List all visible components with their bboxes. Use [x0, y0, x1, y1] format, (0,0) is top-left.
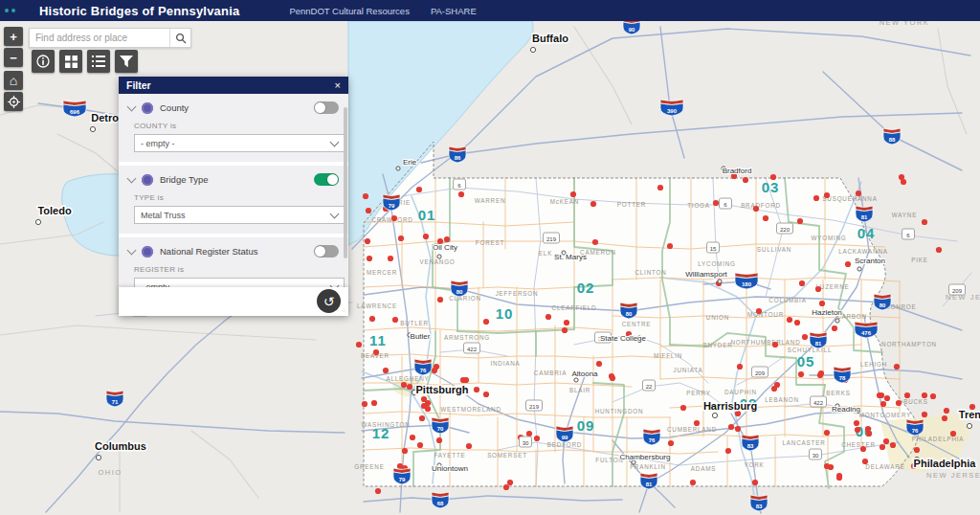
- reset-filters-button[interactable]: ↺: [317, 289, 341, 313]
- bridge-dot[interactable]: [367, 256, 372, 261]
- bridge-dot[interactable]: [728, 424, 734, 430]
- bridge-dot[interactable]: [880, 401, 886, 407]
- bridge-dot[interactable]: [507, 480, 513, 485]
- bridge-dot[interactable]: [880, 444, 885, 450]
- bridge-dot[interactable]: [407, 384, 412, 390]
- bridge-dot[interactable]: [694, 420, 700, 426]
- bridge-dot[interactable]: [483, 319, 489, 325]
- bridge-dot[interactable]: [416, 187, 422, 192]
- bridge-dot[interactable]: [419, 415, 425, 421]
- bridge-dot[interactable]: [787, 317, 792, 323]
- bridge-dot[interactable]: [819, 301, 825, 306]
- bridge-dot[interactable]: [725, 448, 731, 454]
- bridge-dot[interactable]: [753, 206, 759, 212]
- locate-button[interactable]: [4, 92, 23, 111]
- bridge-dot[interactable]: [690, 480, 696, 485]
- bridge-dot[interactable]: [950, 431, 956, 437]
- bridge-dot[interactable]: [680, 405, 686, 411]
- bridge-dot[interactable]: [474, 387, 479, 392]
- bridge-dot[interactable]: [417, 442, 423, 448]
- bridge-dot[interactable]: [756, 308, 762, 314]
- bridge-dot[interactable]: [546, 314, 551, 320]
- bridge-dot[interactable]: [813, 195, 819, 201]
- bridge-dot[interactable]: [922, 392, 927, 398]
- bridge-dot[interactable]: [802, 334, 808, 340]
- filter-value-select[interactable]: - empty -: [134, 134, 345, 152]
- bridge-dot[interactable]: [743, 177, 748, 183]
- bridge-dot[interactable]: [562, 327, 568, 333]
- bridge-dot[interactable]: [735, 426, 741, 432]
- bridge-dot[interactable]: [942, 415, 947, 421]
- bridge-dot[interactable]: [824, 192, 830, 198]
- bridge-dot[interactable]: [437, 297, 443, 302]
- bridge-dot[interactable]: [815, 286, 821, 292]
- bridge-dot[interactable]: [460, 377, 466, 383]
- bridge-dot[interactable]: [425, 406, 431, 412]
- bridge-dot[interactable]: [890, 442, 896, 448]
- bridge-dot[interactable]: [423, 234, 429, 239]
- bridge-dot[interactable]: [366, 208, 371, 213]
- bridge-dot[interactable]: [737, 364, 743, 369]
- bridge-dot[interactable]: [425, 400, 431, 406]
- bridge-dot[interactable]: [398, 235, 404, 241]
- basemap-button[interactable]: [59, 50, 82, 73]
- filter-value-select[interactable]: - empty -: [134, 278, 345, 287]
- bridge-dot[interactable]: [794, 320, 800, 325]
- bridge-dot[interactable]: [534, 436, 540, 441]
- filter-toggle[interactable]: [314, 101, 339, 114]
- bridge-dot[interactable]: [896, 400, 902, 406]
- bridge-dot[interactable]: [914, 447, 920, 453]
- bridge-dot[interactable]: [590, 201, 596, 207]
- bridge-dot[interactable]: [388, 256, 393, 261]
- bridge-dot[interactable]: [901, 179, 906, 185]
- bridge-dot[interactable]: [503, 484, 509, 490]
- close-icon[interactable]: ×: [335, 79, 341, 91]
- legend-button[interactable]: [87, 50, 110, 73]
- bridge-dot[interactable]: [817, 372, 823, 378]
- bridge-dot[interactable]: [564, 320, 569, 325]
- bridge-dot[interactable]: [854, 420, 859, 426]
- bridge-dot[interactable]: [570, 191, 576, 197]
- bridge-dot[interactable]: [877, 392, 882, 398]
- bridge-dot[interactable]: [884, 395, 890, 401]
- bridge-dot[interactable]: [855, 427, 860, 433]
- bridge-dot[interactable]: [944, 408, 949, 414]
- bridge-dot[interactable]: [763, 215, 768, 221]
- bridge-dot[interactable]: [799, 280, 805, 286]
- zoom-in-button[interactable]: +: [4, 27, 23, 46]
- bridge-dot[interactable]: [365, 238, 370, 244]
- bridge-dot[interactable]: [836, 475, 842, 481]
- chevron-down-icon[interactable]: [127, 245, 137, 255]
- bridge-dot[interactable]: [596, 361, 602, 367]
- bridge-dot[interactable]: [392, 317, 398, 323]
- nav-link-pa-share[interactable]: PA-SHARE: [431, 6, 477, 16]
- bridge-dot[interactable]: [774, 382, 780, 388]
- filter-toggle[interactable]: [314, 245, 339, 258]
- bridge-dot[interactable]: [436, 437, 442, 443]
- nav-link-penndot-cultural-resources[interactable]: PennDOT Cultural Resources: [289, 6, 410, 16]
- search-input[interactable]: [30, 29, 169, 47]
- bridge-dot[interactable]: [375, 488, 381, 494]
- bridge-dot[interactable]: [609, 373, 614, 379]
- bridge-dot[interactable]: [369, 316, 375, 322]
- bridge-dot[interactable]: [444, 236, 450, 242]
- bridge-dot[interactable]: [772, 342, 778, 347]
- bridge-dot[interactable]: [713, 200, 719, 206]
- bridge-dot[interactable]: [798, 371, 804, 377]
- bridge-dot[interactable]: [894, 364, 900, 369]
- chevron-down-icon[interactable]: [127, 173, 137, 183]
- bridge-dot[interactable]: [936, 247, 942, 253]
- bridge-dot[interactable]: [657, 185, 663, 190]
- bridge-dot[interactable]: [824, 463, 830, 469]
- bridge-dot[interactable]: [526, 431, 532, 437]
- bridge-dot[interactable]: [930, 393, 936, 399]
- chevron-down-icon[interactable]: [127, 101, 137, 111]
- bridge-dot[interactable]: [922, 412, 927, 417]
- bridge-dot[interactable]: [432, 368, 437, 373]
- bridge-dot[interactable]: [845, 261, 851, 267]
- bridge-dot[interactable]: [483, 392, 489, 397]
- bridge-dot[interactable]: [922, 219, 927, 225]
- bridge-dot[interactable]: [592, 239, 598, 245]
- panel-resize-handle[interactable]: ⁘: [341, 307, 346, 315]
- bridge-dot[interactable]: [401, 382, 407, 388]
